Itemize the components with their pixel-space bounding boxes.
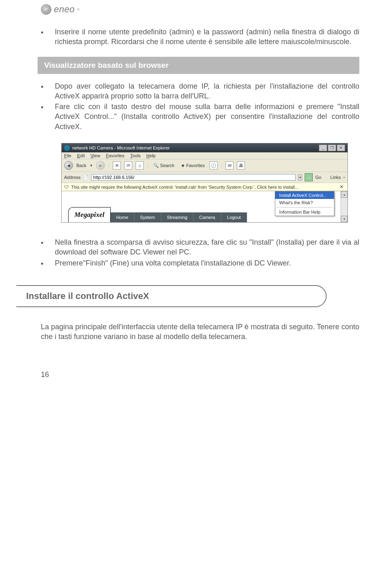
menu-separator xyxy=(277,207,332,208)
menu-view[interactable]: View xyxy=(91,153,100,158)
bullet-text: Nella finestra a scomparsa di avviso sic… xyxy=(55,237,359,257)
activex-info-bar[interactable]: 🛡 This site might require the following … xyxy=(62,183,347,191)
back-label: Back xyxy=(76,163,86,168)
search-icon: 🔍 xyxy=(153,163,159,168)
logo-text: eneo xyxy=(54,4,75,15)
intro-bullet-list: • Inserire il nome utente predefinito (a… xyxy=(41,27,359,47)
links-chevron-icon[interactable]: » xyxy=(343,176,345,179)
search-button[interactable]: 🔍Search xyxy=(151,162,176,169)
bullet-dot-icon: • xyxy=(41,102,43,132)
home-button[interactable]: ⌂ xyxy=(136,161,144,170)
shield-icon: 🛡 xyxy=(64,185,69,190)
logo-swirl-icon xyxy=(41,4,51,15)
stop-button[interactable]: ✕ xyxy=(113,161,121,170)
forward-button[interactable]: ► xyxy=(96,161,105,170)
refresh-button[interactable]: ⟳ xyxy=(124,161,132,170)
ie-screenshot: 🌐 network HD Camera - Microsoft Internet… xyxy=(61,143,348,223)
minimize-button[interactable]: _ xyxy=(319,145,327,151)
back-button[interactable]: ◄ xyxy=(64,161,73,170)
tab-home[interactable]: Home xyxy=(111,212,134,222)
vertical-scrollbar[interactable]: ▴ ▾ xyxy=(341,191,347,222)
favorites-button[interactable]: ★Favorites xyxy=(179,162,206,169)
infobar-close-icon[interactable]: ✕ xyxy=(338,184,345,190)
menu-favorites[interactable]: Favorites xyxy=(106,153,124,158)
ie-icon: 🌐 xyxy=(64,145,70,151)
page-icon: 📄 xyxy=(83,175,89,180)
bullet-dot-icon: • xyxy=(41,27,43,47)
page-number: 16 xyxy=(41,370,359,379)
scroll-up-icon[interactable]: ▴ xyxy=(341,191,347,198)
menu-install-activex[interactable]: Install ActiveX Control... xyxy=(275,192,334,199)
list-item: • Inserire il nome utente predefinito (a… xyxy=(41,27,359,47)
back-dropdown-icon[interactable]: ▼ xyxy=(89,164,93,167)
brand-logo: eneo® xyxy=(41,0,359,27)
history-button[interactable]: 🕘 xyxy=(209,161,218,170)
links-label[interactable]: Links xyxy=(330,175,341,180)
menu-edit[interactable]: Edit xyxy=(77,153,85,158)
infobar-text: This site might require the following Ac… xyxy=(71,185,298,190)
section1b-bullet-list: • Nella finestra a scomparsa di avviso s… xyxy=(41,237,359,269)
tab-logout[interactable]: Logout xyxy=(221,212,247,222)
print-button[interactable]: 🖶 xyxy=(237,161,245,170)
address-dropdown-icon[interactable]: ▾ xyxy=(298,174,302,181)
maximize-button[interactable]: ❐ xyxy=(328,145,336,151)
address-label: Address xyxy=(64,175,80,180)
menu-tools[interactable]: Tools xyxy=(130,153,141,158)
scroll-down-icon[interactable]: ▾ xyxy=(341,216,347,222)
menu-infobar-help[interactable]: Information Bar Help xyxy=(275,208,334,216)
go-button[interactable]: → xyxy=(305,173,313,181)
menu-help[interactable]: Help xyxy=(146,153,156,158)
list-item: • Dopo aver collegato la telecamera dome… xyxy=(41,81,359,101)
closing-paragraph: La pagina principale dell'interfaccia ut… xyxy=(41,322,359,342)
megapixel-logo: Megapixel xyxy=(68,207,111,222)
page-body: Install ActiveX Control... What's the Ri… xyxy=(62,191,347,222)
menu-bar: File Edit View Favorites Tools Help xyxy=(62,152,347,159)
list-item: • Premere"Finish" (Fine) una volta compl… xyxy=(41,258,359,269)
tab-streaming[interactable]: Streaming xyxy=(161,212,194,222)
window-title: network HD Camera - Microsoft Internet E… xyxy=(72,145,169,150)
bullet-dot-icon: • xyxy=(41,237,43,257)
context-menu: Install ActiveX Control... What's the Ri… xyxy=(275,191,334,216)
toolbar: ◄ Back ▼ ► | ✕ ⟳ ⌂ | 🔍Search ★Favorites … xyxy=(62,159,347,172)
section-heading-browser: Visualizzatore basato sul browser xyxy=(38,57,359,74)
tab-system[interactable]: System xyxy=(134,212,161,222)
close-button[interactable]: ✕ xyxy=(337,145,345,151)
bullet-text: Inserire il nome utente predefinito (adm… xyxy=(55,27,359,47)
bullet-dot-icon: • xyxy=(41,258,43,269)
pill-heading-install-activex: Installare il controllo ActiveX xyxy=(16,285,327,307)
go-label: Go xyxy=(315,175,321,180)
address-input[interactable] xyxy=(91,174,296,181)
mail-button[interactable]: ✉ xyxy=(225,161,234,170)
window-titlebar: 🌐 network HD Camera - Microsoft Internet… xyxy=(62,143,347,152)
registered-icon: ® xyxy=(77,8,80,11)
menu-whats-the-risk[interactable]: What's the Risk? xyxy=(275,199,334,206)
bullet-text: Premere"Finish" (Fine) una volta complet… xyxy=(55,258,291,269)
tab-camera[interactable]: Camera xyxy=(194,212,221,222)
bullet-text: Fare clic con il tasto destro del mouse … xyxy=(55,102,359,132)
bullet-text: Dopo aver collegato la telecamera dome I… xyxy=(55,81,359,101)
list-item: • Nella finestra a scomparsa di avviso s… xyxy=(41,237,359,257)
menu-file[interactable]: File xyxy=(64,153,71,158)
address-bar: Address 📄 ▾ → Go Links » xyxy=(62,172,347,183)
list-item: • Fare clic con il tasto destro del mous… xyxy=(41,102,359,132)
star-icon: ★ xyxy=(181,163,185,168)
camera-nav-tabs: Megapixel Home System Streaming Camera L… xyxy=(68,207,247,222)
section1-bullet-list: • Dopo aver collegato la telecamera dome… xyxy=(41,81,359,132)
bullet-dot-icon: • xyxy=(41,81,43,101)
